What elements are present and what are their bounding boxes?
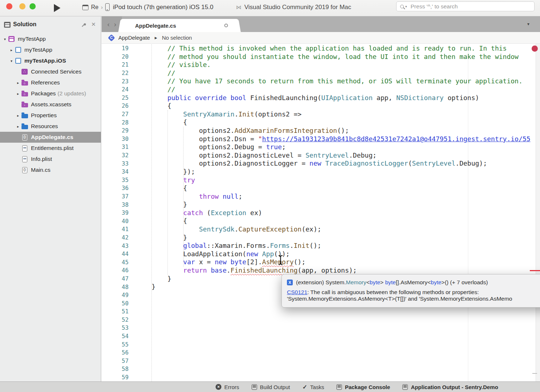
output-pad-icon [336,384,342,390]
pad-button-application-output-sentry-demo[interactable]: Application Output - Sentry.Demo [402,384,498,390]
close-icon[interactable]: ✕ [91,21,96,28]
code-line-22[interactable]: 22 // [102,69,540,78]
pad-button-errors[interactable]: ✕Errors [216,384,239,390]
line-number: 55 [102,341,129,348]
window-zoom-button[interactable] [29,3,36,9]
tree-item-connected-services[interactable]: ∴Connected Services [0,66,101,77]
code-line-34[interactable]: 34 }); [102,168,540,176]
tree-item-main-cs[interactable]: {}Main.cs [0,165,101,175]
code-line-20[interactable]: 20 // method you should instantiate the … [102,53,540,61]
code-line-33[interactable]: 33 options2.DiagnosticLogger = new Trace… [102,159,540,168]
tree-item-mytestapp-ios[interactable]: ▾myTestApp.iOS [0,55,101,66]
device-selector[interactable]: iPod touch (7th generation) iOS 15.0 [105,3,213,11]
line-number: 25 [102,95,129,101]
code-line-25[interactable]: 25 public override bool FinishedLaunchin… [102,94,540,102]
code-line-23[interactable]: 23 // You have 17 seconds to return from… [102,77,540,86]
code-line-31[interactable]: 31 options2.Debug = true; [102,143,540,151]
tree-item-references[interactable]: ▸○References [0,77,101,88]
code-line-51[interactable]: 51 [102,308,540,316]
code-line-53[interactable]: 53 [102,324,540,332]
code-line-42[interactable]: 42 } [102,234,540,242]
code-line-44[interactable]: 44 LoadApplication(new App()); [102,250,540,258]
code-area[interactable]: 19 // This method is invoked when the ap… [102,44,540,381]
code-line-27[interactable]: 27 SentryXamarin.Init(options2 => [102,110,540,119]
code-line-35[interactable]: 35 try [102,176,540,185]
breadcrumb-selection[interactable]: No selection [162,35,192,41]
code-line-45[interactable]: 45 var x = new byte[2].AsMemory(); [102,258,540,266]
pad-button-tasks[interactable]: ✓Tasks [302,384,324,391]
code-line-text: }); [136,168,195,176]
scrollbar-error-marker[interactable] [530,270,540,271]
tab-appdelegate[interactable]: AppDelegate.cs [122,19,237,32]
solution-pad-header: Solution ✕ [0,16,101,33]
expand-arrow-icon[interactable]: ▸ [15,114,21,118]
tree-item-suffix: (2 updates) [58,90,86,97]
code-line-37[interactable]: 37 throw null; [102,193,540,201]
code-line-26[interactable]: 26 { [102,102,540,110]
tree-item-label: myTestApp.iOS [24,58,66,64]
error-code-link[interactable]: CS0121 [287,289,307,295]
code-line-21[interactable]: 21 // visible. [102,61,540,69]
code-line-43[interactable]: 43 global::Xamarin.Forms.Forms.Init(); [102,242,540,250]
connected-services-icon: ∴ [21,69,28,75]
window-close-button[interactable] [6,3,12,9]
code-line-24[interactable]: 24 // [102,86,540,94]
tab-list-dropdown-icon[interactable]: ▾ [527,21,529,27]
code-line-55[interactable]: 55 [102,340,540,349]
pad-button-build-output[interactable]: Build Output [252,384,290,390]
expand-arrow-icon[interactable]: ▸ [15,81,21,85]
pin-icon[interactable] [81,23,86,28]
code-line-56[interactable]: 56 [102,349,540,357]
code-line-28[interactable]: 28 { [102,118,540,127]
collapse-arrow-icon[interactable]: ▾ [2,37,8,41]
code-line-30[interactable]: 30 options2.Dsn = "https://5a193123a9b84… [102,135,540,143]
tree-item-appdelegate-cs[interactable]: {}AppDelegate.cs [0,132,101,143]
tree-item-properties[interactable]: ▸Properties [0,110,101,121]
code-line-39[interactable]: 39 catch (Exception ex) [102,209,540,217]
run-icon[interactable] [54,4,60,12]
code-line-29[interactable]: 29 options2.AddXamarinFormsIntegration()… [102,127,540,135]
code-line-text: throw null; [136,193,243,201]
pad-button-package-console[interactable]: Package Console [336,384,390,390]
tree-item-mytestapp[interactable]: ▸myTestApp [0,44,101,55]
line-number: 42 [102,234,129,241]
code-line-58[interactable]: 58 [102,365,540,373]
line-number: 53 [102,325,129,331]
line-number: 46 [102,267,129,274]
expand-arrow-icon[interactable]: ▸ [8,48,15,52]
code-line-32[interactable]: 32 options2.DiagnosticLevel = SentryLeve… [102,151,540,160]
window-minimize-button[interactable] [19,3,25,9]
pad-button-label: Build Output [260,384,290,390]
navigate-forward-icon[interactable]: › [114,20,116,28]
code-line-19[interactable]: 19 // This method is invoked when the ap… [102,44,540,53]
search-input[interactable]: ▾ Press '^,' to search [396,1,535,11]
line-number: 36 [102,185,129,191]
navigate-back-icon[interactable]: ‹ [107,20,110,28]
expand-arrow-icon[interactable]: ▸ [15,124,21,128]
collapse-arrow-icon[interactable]: ▾ [8,59,15,63]
code-line-text: { [136,102,172,110]
tree-item-assets-xcassets[interactable]: ▫Assets.xcassets [0,99,101,110]
code-line-59[interactable]: 59 [102,373,540,381]
tree-item-entitlements-plist[interactable]: Entitlements.plist [0,143,101,154]
breadcrumb-class[interactable]: AppDelegate [118,35,150,41]
code-line-54[interactable]: 54 [102,332,540,341]
tree-item-label: Assets.xcassets [31,101,71,108]
tree-item-mytestapp[interactable]: ▾myTestApp [0,33,101,44]
line-number: 48 [102,284,129,290]
line-number: 37 [102,193,129,200]
scrollbar-track[interactable] [536,44,540,381]
solution-pad-icon [4,22,11,28]
tree-item-packages[interactable]: ▸○Packages(2 updates) [0,88,101,99]
code-line-41[interactable]: 41 SentrySdk.CaptureException(ex); [102,225,540,234]
code-line-52[interactable]: 52 [102,316,540,324]
code-line-38[interactable]: 38 } [102,201,540,209]
tree-item-info-plist[interactable]: Info.plist [0,154,101,165]
tree-item-resources[interactable]: ▸Resources [0,121,101,132]
code-line-46[interactable]: 46 return base.FinishedLaunching(app, op… [102,266,540,275]
code-line-36[interactable]: 36 { [102,184,540,193]
expand-arrow-icon[interactable]: ▸ [15,92,21,96]
code-line-57[interactable]: 57 [102,357,540,365]
code-line-40[interactable]: 40 { [102,217,540,225]
configuration-selector[interactable]: Re › [82,4,103,11]
